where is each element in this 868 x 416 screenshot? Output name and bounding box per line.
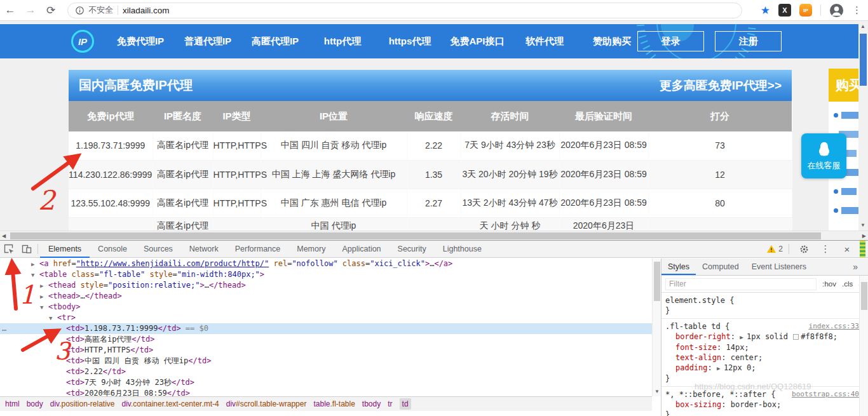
nav-item[interactable]: http代理 [309, 36, 376, 48]
scroll-down-icon[interactable]: ▼ [860, 222, 865, 228]
color-swatch[interactable] [793, 334, 799, 340]
login-button[interactable]: 登录 [637, 31, 704, 51]
dom-tree-node[interactable]: ▼<tbody> [0, 302, 652, 312]
disclosure-arrow-icon[interactable]: ▶ [40, 281, 48, 292]
expand-value-icon[interactable]: ▶ [717, 365, 724, 372]
sidebar-bullet-item[interactable] [829, 187, 858, 197]
dom-tree-node[interactable]: <td>中国 四川 自贡 移动 代理ip</td> [0, 356, 652, 366]
dom-tree-node[interactable]: ▶<a href="http://www.shenjidaili.com/pro… [0, 258, 652, 269]
styles-filter-input[interactable] [665, 278, 817, 290]
devtools-menu-icon[interactable]: ⋮ [817, 241, 834, 258]
dom-tree-node[interactable]: <td>高匿名ip代理</td> [0, 334, 652, 345]
elements-scroll-down-icon[interactable]: ▼ [654, 389, 660, 394]
breadcrumb-item[interactable]: tr [388, 399, 392, 408]
sidebar-bullet-item[interactable] [829, 111, 858, 121]
devtools-tab-application[interactable]: Application [334, 241, 389, 258]
extension-ip-shield-icon[interactable]: IP [799, 4, 812, 17]
css-property[interactable]: padding: ▶ 12px 0; [665, 363, 859, 373]
breadcrumb-item[interactable]: body [27, 399, 43, 408]
styles-scroll-thumb[interactable] [861, 282, 867, 310]
info-icon[interactable] [76, 6, 84, 15]
breadcrumb-item[interactable]: td [400, 398, 411, 410]
css-selector-line[interactable]: *, *::before, *::after {bootstrap.css:40 [665, 389, 859, 399]
breadcrumb-item[interactable]: html [5, 399, 20, 408]
expand-value-icon[interactable]: ▶ [740, 334, 747, 340]
nav-item[interactable]: 免费API接口 [444, 36, 511, 48]
more-proxies-link[interactable]: 更多高匿免费IP代理>> [660, 77, 782, 94]
profile-avatar[interactable] [829, 3, 844, 18]
horizontal-scroll-thumb[interactable] [10, 232, 821, 239]
css-property[interactable]: border-right: ▶ 1px solid #f8f8f8; [665, 332, 859, 342]
css-selector-line[interactable]: .fl-table td {index.css:33 [665, 321, 859, 332]
register-button[interactable]: 注册 [715, 31, 782, 51]
buy-banner[interactable]: 购买 [829, 69, 859, 102]
extension-x-icon[interactable]: X [778, 4, 791, 17]
devtools-tab-sources[interactable]: Sources [135, 241, 181, 258]
styles-tab-computed[interactable]: Computed [696, 258, 745, 275]
back-icon[interactable]: ← [0, 4, 20, 17]
page-vertical-scrollbar[interactable]: ▲ ▼ [858, 21, 868, 231]
browser-menu-icon[interactable]: ⋮ [852, 4, 862, 16]
disclosure-arrow-icon[interactable]: ▶ [40, 292, 48, 302]
scroll-right-icon[interactable]: ▶ [862, 233, 866, 239]
breadcrumb-item[interactable]: table.fl-table [313, 399, 355, 408]
devtools-tab-elements[interactable]: Elements [40, 241, 90, 258]
breadcrumb-item[interactable]: div.container.text-center.mt-4 [122, 399, 219, 408]
warnings-badge[interactable]: 2 [767, 245, 783, 253]
styles-tab-event-listeners[interactable]: Event Listeners [745, 258, 813, 275]
inspect-element-icon[interactable] [0, 241, 18, 258]
elements-scrollbar[interactable]: ▼ [652, 258, 661, 396]
devtools-tab-memory[interactable]: Memory [288, 241, 334, 258]
devtools-tab-console[interactable]: Console [90, 241, 135, 258]
settings-gear-icon[interactable] [795, 241, 813, 258]
styles-scrollbar[interactable] [859, 276, 868, 416]
sidebar-bullet-item[interactable] [829, 206, 858, 216]
disclosure-arrow-icon[interactable]: ▼ [31, 270, 39, 281]
nav-item[interactable]: 赞助购买 [578, 36, 646, 48]
scroll-left-icon[interactable]: ◀ [2, 233, 6, 239]
scroll-up-icon[interactable]: ▲ [860, 23, 865, 29]
styles-tab-styles[interactable]: Styles [661, 258, 696, 275]
css-property[interactable]: text-align: center; [665, 352, 859, 363]
dom-tree-node[interactable]: <td>HTTP,HTTPS</td> [0, 345, 652, 356]
dom-tree-node[interactable]: …<td>1.198.73.71:9999</td> == $0 [0, 323, 652, 334]
stylesheet-link[interactable]: bootstrap.css:40 [792, 389, 859, 399]
devtools-close-icon[interactable]: × [838, 241, 856, 258]
disclosure-arrow-icon[interactable]: ▼ [40, 302, 48, 313]
css-selector-line[interactable]: element.style { [665, 295, 859, 305]
qq-service-button[interactable]: 在线客服 [801, 133, 846, 178]
nav-item[interactable]: 普通代理IP [174, 36, 241, 48]
css-property[interactable]: box-sizing: border-box; [665, 399, 859, 410]
dom-tree-node[interactable]: ▶<thead>…</thead> [0, 291, 652, 302]
devtools-tab-network[interactable]: Network [181, 241, 227, 258]
more-tabs-icon[interactable]: » [853, 262, 868, 272]
url-text[interactable]: xiladaili.com [123, 6, 170, 15]
breadcrumb-item[interactable]: div#scroll.table-wrapper [226, 399, 307, 408]
breadcrumb-item[interactable]: div.position-relative [50, 399, 115, 408]
reload-icon[interactable]: ⟳ [41, 4, 61, 17]
nav-item[interactable]: 免费代理IP [107, 36, 174, 48]
device-toolbar-icon[interactable] [18, 241, 36, 258]
forward-icon[interactable]: → [20, 4, 41, 17]
dom-tree-node[interactable]: <td>2020年6月23日 08:59</td> [0, 388, 652, 396]
devtools-tab-lighthouse[interactable]: Lighthouse [435, 241, 490, 258]
devtools-tab-performance[interactable]: Performance [227, 241, 289, 258]
vertical-scroll-thumb[interactable] [860, 34, 867, 86]
dom-tree-node[interactable]: <td>2.22</td> [0, 366, 652, 377]
hov-toggle[interactable]: :hov [822, 280, 836, 288]
stylesheet-link[interactable]: index.css:33 [809, 321, 859, 332]
cls-toggle[interactable]: .cls [842, 280, 853, 288]
disclosure-arrow-icon[interactable]: ▶ [31, 259, 39, 270]
dom-tree-node[interactable]: <td>7天 9小时 43分钟 23秒</td> [0, 377, 652, 388]
dom-tree-node[interactable]: ▼<table class="fl-table" style="min-widt… [0, 269, 652, 280]
nav-item[interactable]: 软件代理 [511, 36, 578, 48]
disclosure-arrow-icon[interactable]: ▼ [49, 313, 57, 324]
nav-item[interactable]: https代理 [376, 36, 444, 48]
elements-scroll-thumb[interactable] [654, 262, 660, 301]
nav-item[interactable]: 高匿代理IP [241, 36, 309, 48]
page-horizontal-scrollbar[interactable]: ◀ ▶ [0, 231, 868, 240]
devtools-tab-security[interactable]: Security [390, 241, 435, 258]
bookmark-star-icon[interactable]: ★ [761, 4, 770, 17]
breadcrumb-item[interactable]: tbody [362, 399, 381, 408]
dom-tree-node[interactable]: ▶<thead style="position:relative;">…</th… [0, 280, 652, 291]
